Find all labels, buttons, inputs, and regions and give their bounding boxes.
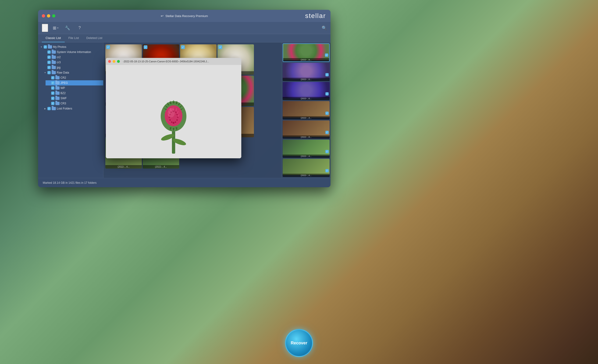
thumb-checkbox-1[interactable]: ✓ [106, 45, 110, 49]
sidebar-item-my-photos[interactable]: ▼ ✓ My Photos [38, 44, 103, 49]
tab-classic-list[interactable]: Classic List [42, 34, 65, 42]
right-thumb-4[interactable]: ✓(2022-...4... [283, 101, 330, 119]
sidebar-item-system-volume[interactable]: ✓ System Volume Information [42, 49, 103, 55]
right-thumb-5[interactable]: ✓(2022-...8... [283, 121, 330, 139]
right-thumb-checkbox-7[interactable]: ✓ [325, 169, 329, 172]
checkbox-system-volume[interactable]: ✓ [47, 50, 51, 54]
label-cr2-folder: cr2 [57, 56, 61, 59]
recover-button[interactable]: Recover [285, 329, 313, 357]
right-thumb-image-3 [283, 82, 330, 98]
expand-arrow-WP [47, 87, 50, 89]
sidebar-item-jpg-folder[interactable]: ✓ jpg [42, 65, 103, 70]
expand-arrow-JPEG [47, 81, 50, 84]
right-thumb-label-2: (2022-...0... [283, 78, 330, 81]
thumb-checkbox-2[interactable]: ✓ [144, 45, 147, 49]
expand-arrow-BZ2 [47, 92, 50, 95]
thumb-checkbox-3[interactable]: ✓ [181, 45, 185, 49]
checkbox-my-photos[interactable]: ✓ [44, 45, 47, 49]
preview-minimize-button[interactable] [113, 60, 115, 63]
traffic-lights [42, 14, 55, 17]
right-thumb-label-3: (2022-...6... [283, 97, 330, 100]
expand-arrow-cr3 [44, 61, 47, 64]
expand-arrow-raw-data: ▼ [44, 71, 47, 74]
preview-filename: -2022-05-18-13-10-25-Canon-Canon-EOS-600… [123, 60, 239, 63]
checkbox-WP[interactable]: ✓ [51, 86, 54, 90]
search-button[interactable]: 🔍 [322, 25, 327, 31]
minimize-button[interactable] [47, 14, 50, 17]
folder-icon-my-photos [48, 45, 52, 49]
folder-icon-raw-data [52, 71, 56, 74]
right-thumb-checkbox-4[interactable]: ✓ [325, 112, 329, 115]
right-thumb-label-5: (2022-...8... [283, 135, 330, 139]
sidebar-item-WP[interactable]: ✓ WP [46, 85, 103, 91]
sidebar-item-CR2[interactable]: ✓ CR2 [46, 75, 103, 80]
svg-point-29 [175, 121, 176, 123]
right-thumb-2[interactable]: ✓(2022-...0... [283, 63, 330, 81]
sidebar-item-BZ2[interactable]: ✓ BZ2 [46, 91, 103, 96]
right-thumb-checkbox-5[interactable]: ✓ [325, 131, 329, 134]
checkbox-CR3[interactable]: ✓ [51, 102, 54, 105]
checkbox-JPEG[interactable]: ✓ [51, 81, 54, 85]
view-toggle[interactable]: ⊞ ▾ [53, 25, 58, 31]
folder-icon-system-volume [52, 50, 56, 54]
label-CR2: CR2 [60, 76, 66, 79]
sidebar-item-CR3[interactable]: ✓ CR3 [46, 101, 103, 106]
svg-point-28 [171, 121, 172, 123]
label-jpg-folder: jpg [57, 66, 60, 69]
label-cr3-folder: cr3 [57, 61, 61, 64]
checkbox-SWF[interactable]: ✓ [51, 97, 54, 100]
checkbox-BZ2[interactable]: ✓ [51, 91, 54, 95]
toolbar: ‹ ⊞ ▾ 🔧 ? 🔍 [38, 22, 331, 34]
sidebar-item-JPEG[interactable]: ✓ JPEG [46, 80, 103, 85]
thumb-label-13: (2022-...4... [105, 165, 142, 169]
preview-close-button[interactable] [108, 60, 111, 63]
right-thumb-6[interactable]: ✓(2022-...4... [283, 140, 330, 158]
help-button[interactable]: ? [77, 24, 83, 31]
checkbox-CR2[interactable]: ✓ [51, 76, 54, 79]
checkbox-raw-data[interactable]: ✓ [47, 71, 51, 74]
thumb-checkbox-4[interactable]: ✓ [218, 45, 222, 49]
sidebar-item-SWF[interactable]: ✓ SWF [46, 96, 103, 101]
title-bar-center: ↩ Stellar Data Recovery Premium [161, 14, 208, 18]
folder-icon-SWF [55, 97, 59, 100]
wrench-tool-button[interactable]: 🔧 [63, 24, 72, 32]
sidebar-item-lost-folders[interactable]: ▶ ✓ Lost Folders [42, 106, 103, 111]
right-thumb-checkbox-2[interactable]: ✓ [325, 73, 329, 76]
stellar-logo: stellar [305, 12, 326, 20]
right-thumb-checkbox-1[interactable]: ✓ [325, 53, 328, 57]
maximize-button[interactable] [52, 14, 55, 17]
close-button[interactable] [42, 14, 45, 17]
checkbox-cr2-folder[interactable]: ✓ [47, 56, 51, 59]
right-thumb-label-4: (2022-...4... [283, 116, 330, 120]
folder-icon-JPEG [55, 81, 59, 85]
expand-arrow-my-photos: ▼ [40, 46, 43, 48]
checkbox-cr3-folder[interactable]: ✓ [47, 61, 51, 64]
right-thumb-3[interactable]: ✓(2022-...6... [283, 82, 330, 100]
right-thumb-7[interactable]: ✓(2022-...4... [283, 159, 330, 177]
sidebar-item-cr2-folder[interactable]: ✓ cr2 [42, 55, 103, 60]
right-thumb-checkbox-6[interactable]: ✓ [325, 150, 329, 153]
folder-icon-BZ2 [55, 91, 59, 95]
label-BZ2: BZ2 [60, 91, 66, 95]
back-button[interactable]: ‹ [42, 24, 48, 32]
sidebar-item-raw-data[interactable]: ▼ ✓ Raw Data [42, 70, 103, 75]
expand-arrow-jpg [44, 66, 47, 69]
preview-maximize-button[interactable] [117, 60, 120, 63]
status-text: Marked 18.14 GB in 1421 files in 17 fold… [43, 181, 97, 185]
thumb-label-14: (2022-...4... [143, 165, 179, 169]
tab-file-list[interactable]: File List [65, 34, 83, 42]
right-thumb-checkbox-3[interactable]: ✓ [325, 92, 329, 96]
label-system-volume: System Volume Information [57, 50, 91, 54]
checkbox-jpg-folder[interactable]: ✓ [47, 66, 51, 69]
label-lost-folders: Lost Folders [57, 107, 72, 110]
right-thumb-image-6 [283, 140, 330, 156]
checkbox-lost-folders[interactable]: ✓ [47, 107, 51, 110]
expand-arrow-CR3 [47, 102, 50, 105]
right-thumb-1[interactable]: ✓(2022-...8... [283, 43, 330, 62]
sidebar-item-cr3-folder[interactable]: ✓ cr3 [42, 60, 103, 65]
folder-icon-cr3-folder [52, 61, 56, 64]
label-raw-data: Raw Data [57, 71, 69, 74]
right-thumb-image-2 [283, 63, 330, 79]
tab-deleted-list[interactable]: Deleted List [83, 34, 106, 42]
preview-titlebar: -2022-05-18-13-10-25-Canon-Canon-EOS-600… [106, 58, 241, 65]
